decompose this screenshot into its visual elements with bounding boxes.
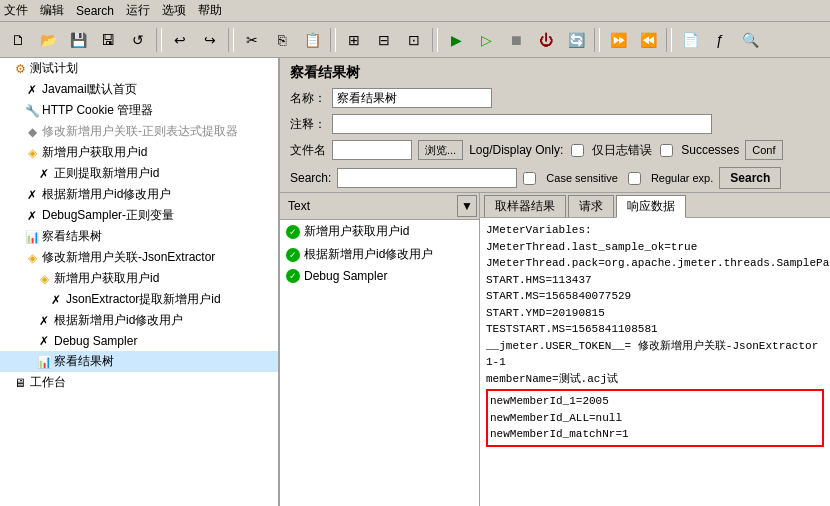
search-section: Search: Case sensitive Regular exp. Sear… — [280, 164, 830, 193]
result-item-2[interactable]: Debug Sampler — [280, 266, 479, 286]
browse-button[interactable]: 浏览... — [418, 140, 463, 160]
get-folder-icon: ◈ — [36, 271, 52, 287]
highlighted-text: newMemberId_1=2005 newMemberId_ALL=null … — [490, 393, 820, 443]
toggle-button[interactable]: ⊡ — [400, 26, 428, 54]
result-tree-panel: Text ▼ 新增用户获取用户id 根据新增用户id修改用户 Debug Sam… — [280, 193, 480, 506]
toolbar: 🗋 📂 💾 🖫 ↺ ↩ ↪ ✂ ⎘ 📋 ⊞ ⊟ ⊡ ▶ ▷ ⏹ ⏻ 🔄 ⏩ ⏪ … — [0, 22, 830, 58]
tabs-bar: 取样器结果 请求 响应数据 — [480, 193, 830, 218]
new-button[interactable]: 🗋 — [4, 26, 32, 54]
tree-item-get-user-folder[interactable]: ◈ 新增用户获取用户id — [0, 268, 278, 289]
menu-edit[interactable]: 编辑 — [40, 2, 64, 19]
tree-item-json-extractor-folder[interactable]: ◈ 修改新增用户关联-JsonExtractor — [0, 247, 278, 268]
redo-button[interactable]: ↪ — [196, 26, 224, 54]
regex-icon: ◆ — [24, 124, 40, 140]
template-button[interactable]: 📄 — [676, 26, 704, 54]
tab-response-data[interactable]: 响应数据 — [616, 195, 686, 218]
tree-item-regex-extractor[interactable]: ◆ 修改新增用户关联-正则表达式提取器 — [0, 121, 278, 142]
tab-request[interactable]: 请求 — [568, 195, 614, 217]
debug-icon-2: ✗ — [36, 333, 52, 349]
run-button[interactable]: ▶ — [442, 26, 470, 54]
tree-item-json-extract[interactable]: ✗ JsonExtractor提取新增用户id — [0, 289, 278, 310]
highlighted-content: newMemberId_1=2005 newMemberId_ALL=null … — [486, 389, 824, 447]
workbench-icon: 🖥 — [12, 375, 28, 391]
separator-3 — [330, 28, 336, 52]
menu-file[interactable]: 文件 — [4, 2, 28, 19]
comment-input[interactable] — [332, 114, 712, 134]
separator-5 — [594, 28, 600, 52]
cookie-icon: 🔧 — [24, 103, 40, 119]
result-tree-dropdown-label: Text — [282, 197, 457, 215]
successes-checkbox[interactable] — [660, 144, 673, 157]
stop-now-button[interactable]: ⏻ — [532, 26, 560, 54]
detail-panel: 取样器结果 请求 响应数据 JMeterVariables: JMeterThr… — [480, 193, 830, 506]
tree-item-result-tree-1[interactable]: 📊 察看结果树 — [0, 226, 278, 247]
result-tree-icon: 📊 — [36, 354, 52, 370]
clear-button[interactable]: 🔄 — [562, 26, 590, 54]
dropdown-arrow[interactable]: ▼ — [457, 195, 477, 217]
run-no-pause-button[interactable]: ▷ — [472, 26, 500, 54]
test-tree: ⚙ 测试计划 ✗ Javamail默认首页 🔧 HTTP Cookie 管理器 … — [0, 58, 280, 506]
function-button[interactable]: ƒ — [706, 26, 734, 54]
file-input[interactable] — [332, 140, 412, 160]
tree-item-result-tree-2[interactable]: 📊 察看结果树 — [0, 351, 278, 372]
stop-button[interactable]: ⏹ — [502, 26, 530, 54]
content-text-normal: JMeterVariables: JMeterThread.last_sampl… — [486, 222, 824, 387]
comment-section: 注释： — [280, 112, 830, 136]
copy-button[interactable]: ⎘ — [268, 26, 296, 54]
tree-item-debug-sampler-1[interactable]: ✗ DebugSampler-正则变量 — [0, 205, 278, 226]
tree-item-plan[interactable]: ⚙ 测试计划 — [0, 58, 278, 79]
undo-button[interactable]: ↩ — [166, 26, 194, 54]
result-icon-0 — [286, 225, 300, 239]
result-label-2: Debug Sampler — [304, 269, 387, 283]
result-item-0[interactable]: 新增用户获取用户id — [280, 220, 479, 243]
menu-help[interactable]: 帮助 — [198, 2, 222, 19]
tree-item-cookie[interactable]: 🔧 HTTP Cookie 管理器 — [0, 100, 278, 121]
case-sensitive-label: Case sensitive — [546, 172, 618, 184]
tree-item-extract-id[interactable]: ✗ 正则提取新增用户id — [0, 163, 278, 184]
json-extract-icon: ✗ — [48, 292, 64, 308]
tab-sampler-result[interactable]: 取样器结果 — [484, 195, 566, 217]
regex-checkbox[interactable] — [628, 172, 641, 185]
remote-stop-button[interactable]: ⏪ — [634, 26, 662, 54]
save-all-button[interactable]: 🖫 — [94, 26, 122, 54]
panel-title: 察看结果树 — [280, 58, 830, 86]
search-input[interactable] — [337, 168, 517, 188]
collapse-button[interactable]: ⊟ — [370, 26, 398, 54]
name-label: 名称： — [290, 90, 326, 107]
remote-run-button[interactable]: ⏩ — [604, 26, 632, 54]
json-folder-icon: ◈ — [24, 250, 40, 266]
search-button[interactable]: Search — [719, 167, 781, 189]
extractor-icon: ✗ — [36, 166, 52, 182]
result-icon-2 — [286, 269, 300, 283]
tree-item-add-user-folder[interactable]: ◈ 新增用户获取用户id — [0, 142, 278, 163]
plan-icon: ⚙ — [12, 61, 28, 77]
tree-icon-1: 📊 — [24, 229, 40, 245]
tree-item-modify-user-2[interactable]: ✗ 根据新增用户id修改用户 — [0, 310, 278, 331]
help-button[interactable]: 🔍 — [736, 26, 764, 54]
menubar: 文件 编辑 Search 运行 选项 帮助 — [0, 0, 830, 22]
conf-button[interactable]: Conf — [745, 140, 782, 160]
javamail-icon: ✗ — [24, 82, 40, 98]
save-button[interactable]: 💾 — [64, 26, 92, 54]
revert-button[interactable]: ↺ — [124, 26, 152, 54]
cut-button[interactable]: ✂ — [238, 26, 266, 54]
menu-search[interactable]: Search — [76, 4, 114, 18]
folder-icon: ◈ — [24, 145, 40, 161]
menu-options[interactable]: 选项 — [162, 2, 186, 19]
name-input[interactable] — [332, 88, 492, 108]
search-options: Case sensitive Regular exp. — [523, 172, 713, 185]
tree-item-javamail[interactable]: ✗ Javamail默认首页 — [0, 79, 278, 100]
log-display-label: Log/Display Only: — [469, 143, 563, 157]
open-button[interactable]: 📂 — [34, 26, 62, 54]
menu-run[interactable]: 运行 — [126, 2, 150, 19]
tree-item-modify-user-1[interactable]: ✗ 根据新增用户id修改用户 — [0, 184, 278, 205]
error-only-checkbox[interactable] — [571, 144, 584, 157]
modify-icon-2: ✗ — [36, 313, 52, 329]
case-sensitive-checkbox[interactable] — [523, 172, 536, 185]
paste-button[interactable]: 📋 — [298, 26, 326, 54]
tree-item-debug-sampler-2[interactable]: ✗ Debug Sampler — [0, 331, 278, 351]
expand-button[interactable]: ⊞ — [340, 26, 368, 54]
name-section: 名称： — [280, 86, 830, 110]
tree-item-workbench[interactable]: 🖥 工作台 — [0, 372, 278, 393]
result-item-1[interactable]: 根据新增用户id修改用户 — [280, 243, 479, 266]
